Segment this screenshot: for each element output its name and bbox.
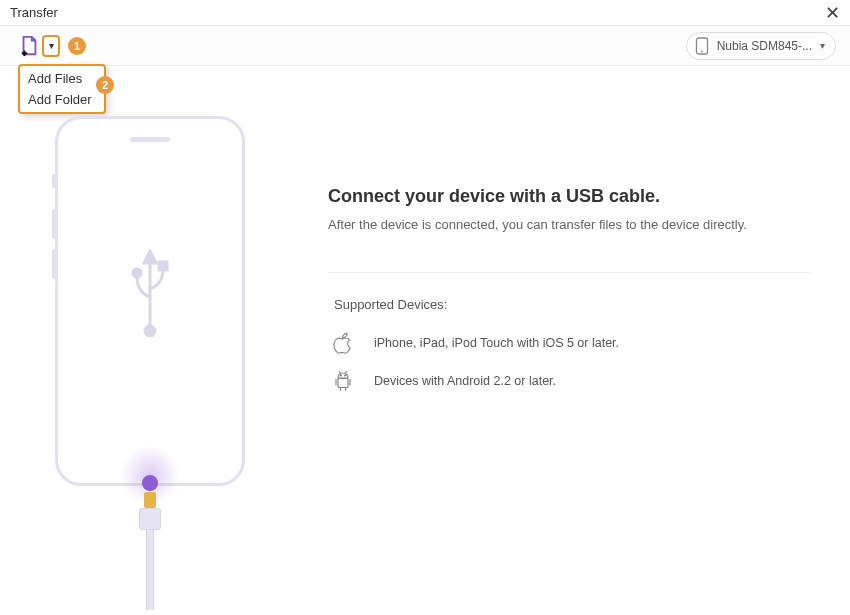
svg-point-6	[145, 326, 155, 336]
svg-point-17	[345, 375, 346, 376]
svg-point-7	[133, 269, 141, 277]
svg-point-3	[701, 50, 703, 52]
close-icon[interactable]: ✕	[825, 4, 840, 22]
phone-illustration	[55, 116, 245, 596]
phone-illustration-column	[0, 66, 300, 615]
step-badge-1: 1	[68, 37, 86, 55]
chevron-down-icon: ▾	[49, 40, 54, 51]
device-label: Nubia SDM845-...	[717, 39, 812, 53]
android-icon	[332, 370, 354, 392]
phone-port-dot	[142, 475, 158, 491]
titlebar: Transfer ✕	[0, 0, 850, 26]
content: Connect your device with a USB cable. Af…	[0, 66, 850, 615]
supported-row-apple: iPhone, iPad, iPod Touch with iOS 5 or l…	[332, 332, 810, 354]
usb-icon	[127, 249, 173, 343]
toolbar: ▾ 1 Nubia SDM845-... ▾ Add Files Add Fol…	[0, 26, 850, 66]
apple-text: iPhone, iPad, iPod Touch with iOS 5 or l…	[374, 336, 619, 350]
phone-body	[55, 116, 245, 486]
svg-line-10	[345, 372, 346, 374]
svg-point-16	[341, 375, 342, 376]
android-text: Devices with Android 2.2 or later.	[374, 374, 556, 388]
step-badge-2: 2	[96, 76, 114, 94]
add-button-group: ▾ 1	[18, 35, 86, 57]
divider	[328, 272, 810, 273]
phone-side-button	[52, 174, 56, 188]
add-dropdown-menu: Add Files Add Folder	[18, 64, 106, 114]
supported-row-android: Devices with Android 2.2 or later.	[332, 370, 810, 392]
add-file-icon[interactable]	[18, 35, 40, 57]
info-column: Connect your device with a USB cable. Af…	[300, 66, 850, 615]
headline: Connect your device with a USB cable.	[328, 186, 810, 207]
chevron-down-icon: ▾	[820, 40, 825, 51]
svg-rect-11	[338, 379, 348, 388]
phone-side-button	[52, 209, 56, 239]
supported-devices-title: Supported Devices:	[334, 297, 810, 312]
apple-icon	[332, 332, 354, 354]
add-dropdown-button[interactable]: ▾	[42, 35, 60, 57]
phone-icon	[695, 37, 709, 55]
menu-item-add-folder[interactable]: Add Folder	[20, 89, 104, 110]
svg-line-9	[340, 372, 341, 374]
phone-side-button	[52, 249, 56, 279]
subheadline: After the device is connected, you can t…	[328, 217, 810, 232]
svg-rect-8	[159, 262, 167, 270]
menu-item-add-files[interactable]: Add Files	[20, 68, 104, 89]
window-title: Transfer	[10, 5, 58, 20]
svg-marker-5	[144, 251, 156, 263]
cable-plug	[139, 486, 161, 610]
device-selector[interactable]: Nubia SDM845-... ▾	[686, 32, 836, 60]
